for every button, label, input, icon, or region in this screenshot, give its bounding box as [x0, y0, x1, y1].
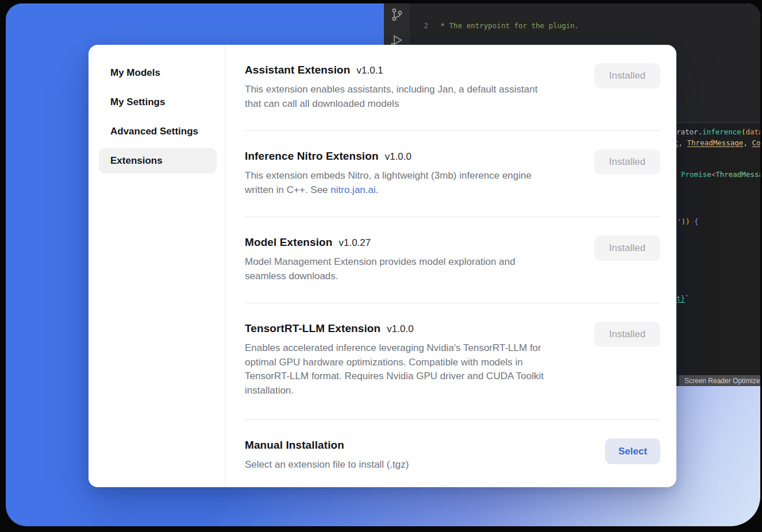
- extension-name: Inference Nitro Extension: [245, 150, 379, 163]
- screen-reader-status-button[interactable]: Screen Reader Optimize: [679, 375, 760, 386]
- line-number: 2: [410, 21, 436, 30]
- sidebar-item-extensions[interactable]: Extensions: [99, 148, 217, 174]
- extensions-list: Assistant Extension v1.0.1 This extensio…: [225, 45, 676, 487]
- code-fragment: t}`: [676, 294, 690, 303]
- sidebar-item-advanced-settings[interactable]: Advanced Settings: [99, 119, 217, 144]
- code-fragment: Promise<ThreadMessage>: [681, 170, 760, 179]
- extension-version: v1.0.0: [387, 323, 413, 335]
- extension-description: Enables accelerated inference leveraging…: [245, 341, 544, 398]
- installed-button[interactable]: Installed: [594, 236, 660, 261]
- installed-button[interactable]: Installed: [594, 63, 660, 88]
- extension-row-assistant: Assistant Extension v1.0.1 This extensio…: [245, 45, 660, 131]
- code-line: 2 * The entrypoint for the plugin.: [410, 21, 760, 30]
- extension-description: Model Management Extension provides mode…: [245, 255, 515, 283]
- extension-name: Assistant Extension: [245, 64, 351, 76]
- manual-installation-title: Manual Installation: [245, 439, 344, 452]
- sidebar-item-label: Extensions: [110, 155, 163, 167]
- settings-sidebar: My Models My Settings Advanced Settings …: [88, 45, 225, 487]
- extension-description: This extension enables assistants, inclu…: [245, 83, 537, 111]
- manual-installation-row: Manual Installation Select an extension …: [245, 420, 660, 487]
- code-fragment: ')) {: [677, 217, 699, 226]
- sidebar-item-label: My Models: [110, 67, 160, 79]
- installed-button[interactable]: Installed: [594, 322, 660, 347]
- extension-version: v1.0.27: [338, 237, 371, 249]
- select-file-button[interactable]: Select: [605, 438, 660, 464]
- screenshot-stage: 2 * The entrypoint for the plugin. 3 */ …: [0, 0, 762, 532]
- app-window-background: 2 * The entrypoint for the plugin. 3 */ …: [6, 3, 760, 526]
- extension-version: v1.0.0: [385, 151, 411, 163]
- settings-modal: My Models My Settings Advanced Settings …: [88, 45, 676, 487]
- extension-name: Model Extension: [245, 236, 332, 249]
- sidebar-item-label: My Settings: [110, 97, 165, 108]
- extension-row-tensorrt: TensortRT-LLM Extension v1.0.0 Enables a…: [245, 303, 660, 420]
- sidebar-item-my-models[interactable]: My Models: [99, 60, 217, 86]
- manual-installation-description: Select an extension file to install (.tg…: [245, 458, 409, 472]
- code-text: * The entrypoint for the plugin.: [436, 21, 579, 30]
- code-fragment: rator.inference(data));: [676, 128, 760, 136]
- nitro-jan-ai-link[interactable]: nitro.jan.ai.: [330, 184, 378, 195]
- extension-name: TensortRT-LLM Extension: [245, 322, 380, 335]
- sidebar-item-my-settings[interactable]: My Settings: [99, 90, 217, 115]
- source-control-icon[interactable]: [389, 7, 405, 22]
- extension-row-model: Model Extension v1.0.27 Model Management…: [245, 217, 660, 303]
- installed-button[interactable]: Installed: [594, 149, 660, 175]
- sidebar-item-label: Advanced Settings: [110, 126, 198, 137]
- extension-version: v1.0.1: [357, 65, 383, 76]
- extension-row-nitro: Inference Nitro Extension v1.0.0 This ex…: [245, 131, 660, 217]
- extension-description: This extension embeds Nitro, a lightweig…: [245, 169, 532, 197]
